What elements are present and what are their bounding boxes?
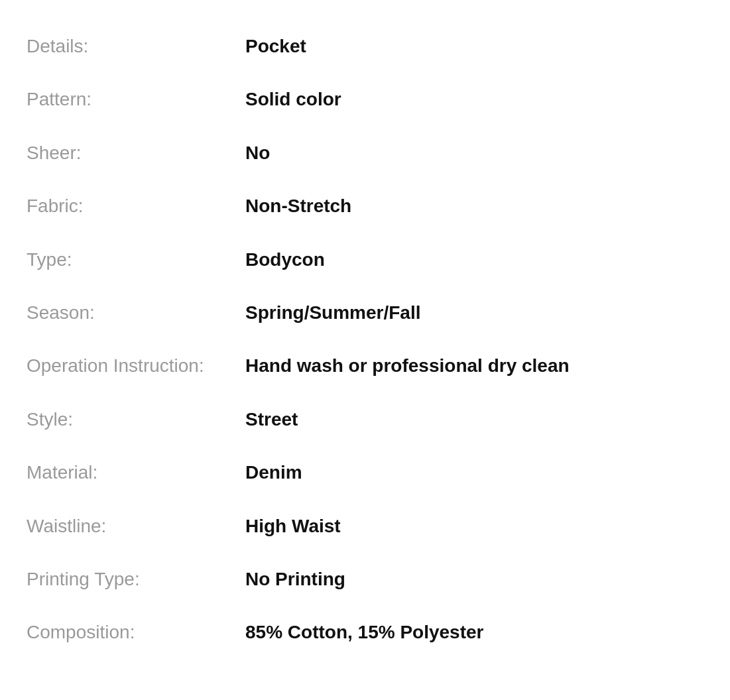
specs-table: Details:PocketPattern:Solid colorSheer:N…: [27, 20, 703, 660]
spec-value-0: Pocket: [245, 34, 703, 58]
spec-row: Pattern:Solid color: [27, 73, 703, 126]
spec-row: Type:Bodycon: [27, 233, 703, 286]
spec-value-11: 85% Cotton, 15% Polyester: [245, 620, 703, 644]
spec-value-8: Denim: [245, 461, 703, 485]
spec-label-9: Waistline:: [27, 514, 245, 538]
spec-row: Material:Denim: [27, 446, 703, 499]
spec-label-10: Printing Type:: [27, 567, 245, 591]
spec-label-2: Sheer:: [27, 141, 245, 165]
spec-row: Composition:85% Cotton, 15% Polyester: [27, 606, 703, 659]
spec-row: Style:Street: [27, 393, 703, 446]
spec-row: Fabric:Non-Stretch: [27, 180, 703, 233]
spec-value-1: Solid color: [245, 88, 703, 111]
spec-value-6: Hand wash or professional dry clean: [245, 354, 703, 378]
spec-label-6: Operation Instruction:: [27, 354, 245, 378]
spec-value-7: Street: [245, 408, 703, 432]
spec-value-5: Spring/Summer/Fall: [245, 301, 703, 325]
spec-row: Operation Instruction:Hand wash or profe…: [27, 339, 703, 392]
spec-row: Printing Type:No Printing: [27, 553, 703, 606]
spec-label-11: Composition:: [27, 620, 245, 644]
spec-label-1: Pattern:: [27, 88, 245, 111]
spec-label-7: Style:: [27, 408, 245, 432]
spec-row: Season:Spring/Summer/Fall: [27, 286, 703, 339]
spec-label-8: Material:: [27, 461, 245, 485]
spec-value-10: No Printing: [245, 567, 703, 591]
spec-value-2: No: [245, 141, 703, 165]
spec-row: Details:Pocket: [27, 20, 703, 73]
spec-label-5: Season:: [27, 301, 245, 325]
spec-value-9: High Waist: [245, 514, 703, 538]
spec-value-3: Non-Stretch: [245, 194, 703, 218]
spec-label-3: Fabric:: [27, 194, 245, 218]
spec-row: Sheer:No: [27, 127, 703, 180]
spec-label-0: Details:: [27, 34, 245, 58]
spec-row: Waistline:High Waist: [27, 500, 703, 553]
spec-label-4: Type:: [27, 248, 245, 272]
spec-value-4: Bodycon: [245, 248, 703, 272]
